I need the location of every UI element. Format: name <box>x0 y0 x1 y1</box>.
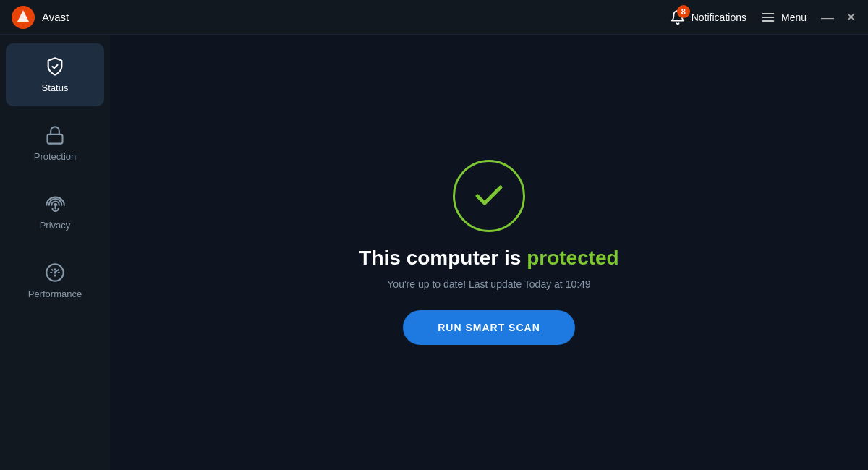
menu-button[interactable]: Menu <box>761 10 807 25</box>
update-status-text: You're up to date! Last update Today at … <box>387 278 590 290</box>
speedometer-icon <box>45 262 65 283</box>
title-bar: Avast 8 Notifications Menu — ✕ <box>0 0 868 35</box>
lock-icon <box>45 125 65 145</box>
sidebar-item-privacy[interactable]: Privacy <box>6 181 104 244</box>
title-bar-right: 8 Notifications Menu — ✕ <box>670 9 856 25</box>
status-heading: This computer is protected <box>359 247 618 270</box>
main-content: This computer is protected You're up to … <box>110 35 868 470</box>
window-controls: — ✕ <box>821 11 856 24</box>
avast-logo-icon <box>12 6 35 29</box>
notifications-button[interactable]: 8 Notifications <box>670 9 746 25</box>
run-smart-scan-button[interactable]: RUN SMART SCAN <box>403 310 575 345</box>
notifications-label: Notifications <box>692 12 746 23</box>
notification-badge: 8 <box>677 5 690 18</box>
status-heading-prefix: This computer is <box>359 247 527 269</box>
sidebar-item-status[interactable]: Status <box>6 43 104 106</box>
hamburger-icon <box>761 10 775 25</box>
sidebar-privacy-label: Privacy <box>40 220 71 231</box>
sidebar: Status Protection Privacy <box>0 35 110 470</box>
sidebar-item-performance[interactable]: Performance <box>6 249 104 312</box>
sidebar-item-protection[interactable]: Protection <box>6 112 104 175</box>
checkmark-icon <box>472 179 506 213</box>
svg-point-6 <box>54 271 56 274</box>
close-button[interactable]: ✕ <box>846 11 856 24</box>
title-bar-left: Avast <box>12 6 69 29</box>
menu-label: Menu <box>781 12 807 23</box>
shield-check-icon <box>45 56 65 77</box>
protected-status-circle <box>453 160 525 232</box>
sidebar-performance-label: Performance <box>28 289 82 299</box>
svg-rect-4 <box>48 134 63 144</box>
app-title: Avast <box>42 11 69 23</box>
sidebar-protection-label: Protection <box>34 151 77 162</box>
app-body: Status Protection Privacy <box>0 35 868 470</box>
fingerprint-icon <box>45 194 65 214</box>
minimize-button[interactable]: — <box>821 11 834 24</box>
status-heading-highlight: protected <box>527 247 619 269</box>
sidebar-status-label: Status <box>42 82 69 93</box>
bell-icon-wrapper: 8 <box>670 9 686 25</box>
